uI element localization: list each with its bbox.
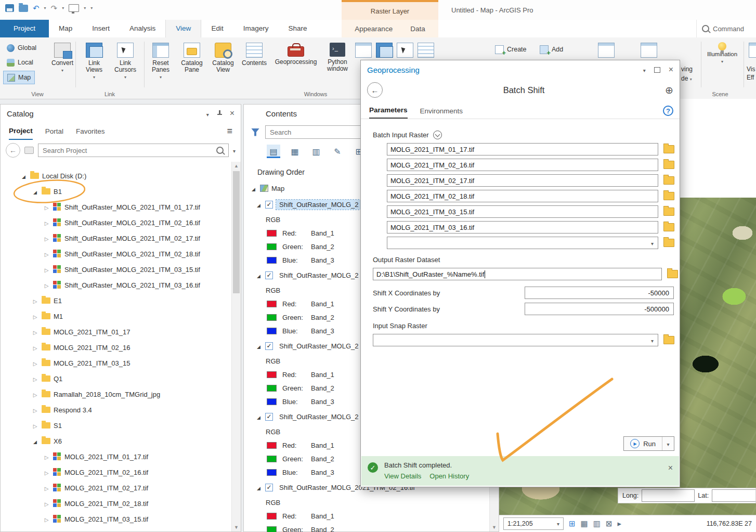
add-button[interactable]: Add [540, 44, 563, 55]
collapse-arrow-icon[interactable] [32, 188, 38, 196]
browse-folder-button[interactable] [663, 192, 674, 200]
output-raster-field[interactable]: D:\B1\Shift_OutRaster_%Name%.tif [373, 268, 662, 280]
batch-input-raster-field[interactable] [387, 221, 658, 233]
collapse-arrow-icon[interactable] [255, 271, 262, 279]
float-panel-icon[interactable] [654, 67, 660, 73]
expand-arrow-icon[interactable] [32, 422, 38, 430]
collapse-arrow-icon[interactable] [255, 413, 262, 421]
expand-arrow-icon[interactable] [43, 203, 50, 211]
catalog-tree-item[interactable]: Ramallah_2018_10cm_TMGrid_jpg [1, 386, 232, 402]
link-views-button[interactable]: Link Views ▾ [79, 40, 110, 81]
tab-imagery[interactable]: Imagery [233, 20, 279, 37]
batch-input-raster-field[interactable] [387, 174, 658, 187]
catalog-tree-item[interactable]: Shift_OutRaster_MOLG_2021_ITM_02_16.tif [1, 215, 232, 230]
expand-arrow-icon[interactable] [43, 515, 50, 523]
panel-options-icon[interactable] [227, 126, 232, 137]
open-project-icon[interactable] [19, 5, 28, 12]
cursor-coordinates[interactable]: 116,762.83E 27 [707, 520, 752, 527]
expand-arrow-icon[interactable] [32, 328, 38, 336]
list-by-data-source-icon[interactable]: ▦ [288, 145, 302, 158]
latitude-input[interactable] [712, 489, 756, 502]
convert-button[interactable]: Convert ▾ [47, 40, 78, 74]
redo-icon[interactable]: ↷ [51, 4, 58, 12]
catalog-tree-item[interactable]: Local Disk (D:) [1, 168, 232, 184]
expand-arrow-icon[interactable] [43, 219, 50, 227]
catalog-tree-item[interactable]: MOLG_2021_ITM_01_17 [1, 324, 232, 340]
batch-input-raster-field[interactable] [387, 190, 658, 202]
monitor-icon[interactable] [69, 4, 79, 12]
browse-folder-button[interactable] [663, 239, 674, 247]
new-layout-icon[interactable]: ⊠ [606, 519, 612, 528]
tab-map[interactable]: Map [49, 20, 82, 37]
collapse-arrow-icon[interactable] [255, 342, 262, 350]
close-icon[interactable] [669, 65, 673, 74]
catalog-tab-portal[interactable]: Portal [45, 122, 63, 140]
catalog-tree-item[interactable]: MOLG_2021_ITM_02_18.tif [1, 496, 232, 511]
tab-share[interactable]: Share [278, 20, 317, 37]
catalog-tree-item[interactable]: MOLG_2021_ITM_02_17.tif [1, 480, 232, 496]
browse-folder-button[interactable] [667, 270, 678, 278]
collapse-arrow-icon[interactable] [20, 172, 27, 180]
tab-project[interactable]: Project [0, 20, 49, 37]
list-by-drawing-order-icon[interactable]: ▤ [267, 145, 280, 158]
browse-folder-button[interactable] [663, 161, 674, 169]
local-scene-button[interactable]: Local [3, 56, 37, 69]
illumination-button[interactable]: Illumination ▾ [702, 37, 742, 65]
catalog-tree-item[interactable]: S1 [1, 418, 232, 433]
expand-arrow-icon[interactable] [43, 266, 50, 274]
edge-cut-button[interactable] [747, 40, 756, 60]
expand-arrow-icon[interactable] [32, 391, 38, 398]
run-button[interactable]: Run [623, 436, 674, 451]
catalog-tree-item[interactable]: Shift_OutRaster_MOLG_2021_ITM_02_18.tif [1, 246, 232, 262]
tab-view[interactable]: View [165, 20, 201, 37]
global-scene-button[interactable]: Global [3, 42, 40, 54]
map-view-button[interactable]: Map [3, 71, 35, 84]
create-button[interactable]: Create [495, 44, 527, 55]
geoprocessing-button[interactable]: Geoprocessing [270, 40, 322, 81]
catalog-tree-item[interactable]: Shift_OutRaster_MOLG_2021_ITM_02_17.tif [1, 230, 232, 246]
catalog-view-button[interactable]: Catalog View [207, 40, 239, 81]
catalog-tree-item[interactable]: Shift_OutRaster_MOLG_2021_ITM_03_16.tif [1, 277, 232, 293]
reset-panes-button[interactable]: Reset Panes ▾ [145, 40, 176, 81]
hidden-ribbon-button-6[interactable] [638, 40, 659, 60]
browse-folder-button[interactable] [663, 176, 674, 185]
catalog-tree-item[interactable]: Shift_OutRaster_MOLG_2021_ITM_01_17.tif [1, 199, 232, 215]
catalog-tab-favorites[interactable]: Favorites [76, 122, 105, 140]
save-icon[interactable] [5, 4, 14, 12]
open-history-link[interactable]: Open History [429, 472, 469, 480]
python-window-button[interactable]: Python window [322, 40, 353, 81]
catalog-tree-item[interactable]: MOLG_2021_ITM_02_16.tif [1, 464, 232, 480]
batch-input-raster-field[interactable] [387, 143, 658, 155]
batch-input-empty-combo[interactable] [387, 237, 658, 249]
tab-appearance[interactable]: Appearance [355, 25, 393, 33]
panel-menu-caret-icon[interactable] [643, 66, 646, 74]
layer-visibility-checkbox[interactable] [265, 484, 273, 491]
scrollbar-thumb[interactable] [233, 171, 240, 293]
catalog-tree-item[interactable]: E1 [1, 293, 232, 308]
catalog-tree-item[interactable]: Respond 3.4 [1, 402, 232, 418]
expand-arrow-icon[interactable] [43, 235, 50, 242]
layer-visibility-checkbox[interactable] [265, 413, 273, 421]
list-by-editing-icon[interactable]: ✎ [331, 145, 344, 158]
expand-arrow-icon[interactable] [32, 297, 38, 305]
scroll-up-icon[interactable]: ▲ [232, 163, 241, 168]
expand-arrow-icon[interactable] [43, 453, 50, 461]
expand-arrow-icon[interactable] [43, 484, 50, 492]
catalog-search-input[interactable] [38, 144, 229, 157]
catalog-tree-item[interactable]: MOLG_2021_ITM_01_17.tif [1, 449, 232, 464]
tab-environments[interactable]: Environments [420, 107, 463, 119]
layer-visibility-checkbox[interactable] [265, 342, 273, 350]
layer-visibility-checkbox[interactable] [265, 271, 273, 279]
catalog-tree-item[interactable]: Q1 [1, 371, 232, 386]
expand-arrow-icon[interactable] [32, 375, 38, 383]
layer-visibility-checkbox[interactable] [265, 201, 273, 209]
back-button[interactable] [367, 82, 383, 98]
expand-arrow-icon[interactable] [32, 344, 38, 352]
customize-toolbar-caret-icon[interactable]: ▾ [90, 6, 93, 10]
catalog-pane-button[interactable]: Catalog Pane [176, 40, 207, 81]
hidden-ribbon-button-5[interactable] [596, 40, 617, 60]
expand-arrow-icon[interactable] [32, 313, 38, 320]
list-by-selection-icon[interactable]: ▥ [309, 145, 323, 158]
batch-collapse-icon[interactable] [433, 131, 442, 139]
catalog-tree-item[interactable]: MOLG_2021_ITM_03_15.tif [1, 511, 232, 527]
